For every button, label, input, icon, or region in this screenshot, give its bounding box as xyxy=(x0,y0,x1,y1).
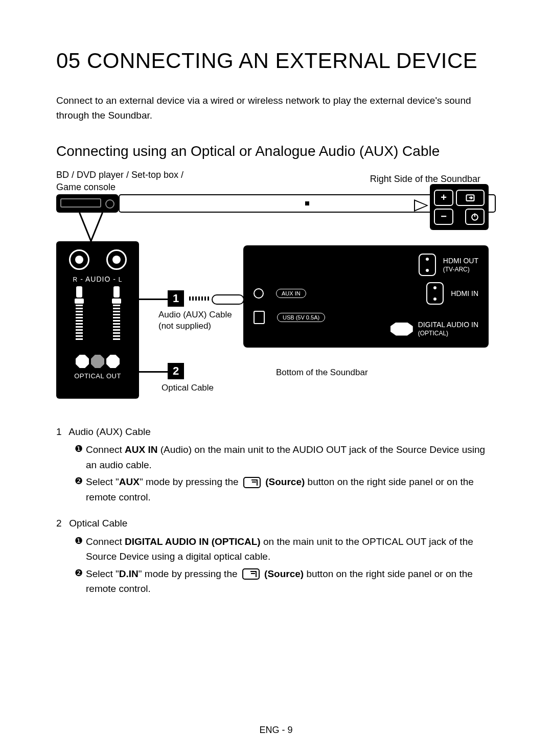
optical-out-label: OPTICAL OUT xyxy=(60,372,135,380)
optical-out-port-icon xyxy=(60,355,135,368)
hdmi-port-icon xyxy=(419,254,436,276)
connection-diagram: BD / DVD player / Set-top box / Game con… xyxy=(56,169,496,409)
callout-2: 2 xyxy=(168,363,184,379)
optical-in-icon xyxy=(390,323,413,336)
inst-title-2: Optical Cable xyxy=(69,518,127,529)
v-connector-lines xyxy=(77,213,105,245)
aux-in-jack-icon xyxy=(254,288,264,299)
substep-bullet-2: ❷ xyxy=(75,566,86,597)
substep-2b: Select "D.IN" mode by pressing the (Sour… xyxy=(86,566,496,597)
section-title: Connecting using an Optical or Analogue … xyxy=(56,143,496,159)
aux-cable-icon xyxy=(189,291,245,306)
chapter-heading: CONNECTING AN EXTERNAL DEVICE xyxy=(87,49,477,73)
volume-up-icon: + xyxy=(434,190,453,206)
right-side-label: Right Side of the Soundbar xyxy=(370,173,480,185)
volume-down-icon: − xyxy=(434,209,453,225)
hdmi-out-label: HDMI OUT (TV-ARC) xyxy=(443,257,478,273)
callout-1: 1 xyxy=(168,290,184,307)
usb-label: USB (5V 0.5A) xyxy=(277,313,325,322)
substep-bullet-2: ❷ xyxy=(75,474,86,505)
intro-text: Connect to an external device via a wire… xyxy=(56,94,496,123)
rca-plug-icon xyxy=(111,286,122,348)
inst-title-1: Audio (AUX) Cable xyxy=(68,426,151,437)
inst-num-1: 1 xyxy=(56,424,66,439)
instruction-2: 2 Optical Cable ❶ Connect DIGITAL AUDIO … xyxy=(56,516,496,596)
chapter-title: 05 CONNECTING AN EXTERNAL DEVICE xyxy=(56,49,496,73)
power-icon xyxy=(465,209,485,225)
rca-plug-icon xyxy=(74,286,85,348)
aux-in-label: AUX IN xyxy=(276,289,306,298)
rca-jack-left-icon xyxy=(106,249,127,270)
rca-jack-right-icon xyxy=(69,249,89,270)
substep-bullet-1: ❶ xyxy=(75,534,86,564)
source-icon xyxy=(242,568,260,580)
usb-port-icon xyxy=(254,311,265,324)
substep-1a: Connect AUX IN (Audio) on the main unit … xyxy=(86,442,496,472)
inst-num-2: 2 xyxy=(56,516,66,531)
substep-2a: Connect DIGITAL AUDIO IN (OPTICAL) on th… xyxy=(86,534,496,564)
substep-1b: Select "AUX" mode by pressing the (Sourc… xyxy=(86,474,496,505)
hdmi-in-label: HDMI IN xyxy=(451,289,478,297)
page-number: ENG - 9 xyxy=(0,725,552,736)
source-device-label: BD / DVD player / Set-top box / Game con… xyxy=(56,169,189,194)
rca-audio-label: R - AUDIO - L xyxy=(60,275,135,283)
instruction-1: 1 Audio (AUX) Cable ❶ Connect AUX IN (Au… xyxy=(56,424,496,505)
bottom-of-soundbar-label: Bottom of the Soundbar xyxy=(276,367,368,378)
hdmi-port-icon xyxy=(426,282,444,305)
soundbar-side-panel: + − xyxy=(430,184,489,230)
bd-player-icon xyxy=(56,194,119,213)
aux-cable-label: Audio (AUX) Cable (not supplied) xyxy=(158,309,232,332)
optical-cable-label: Optical Cable xyxy=(162,382,214,394)
pointer-arrow-icon xyxy=(414,199,428,212)
source-button-icon xyxy=(456,190,485,206)
source-icon xyxy=(243,477,261,488)
instructions: 1 Audio (AUX) Cable ❶ Connect AUX IN (Au… xyxy=(56,424,496,596)
soundbar-bottom-panel: HDMI OUT (TV-ARC) AUX IN HDMI IN USB (5V… xyxy=(243,245,489,348)
chapter-number: 05 xyxy=(56,49,81,73)
substep-bullet-1: ❶ xyxy=(75,442,86,472)
digital-audio-in-port: DIGITAL AUDIO IN (OPTICAL) xyxy=(390,320,478,337)
external-device-ports: R - AUDIO - L OPTICAL OUT xyxy=(56,241,139,399)
